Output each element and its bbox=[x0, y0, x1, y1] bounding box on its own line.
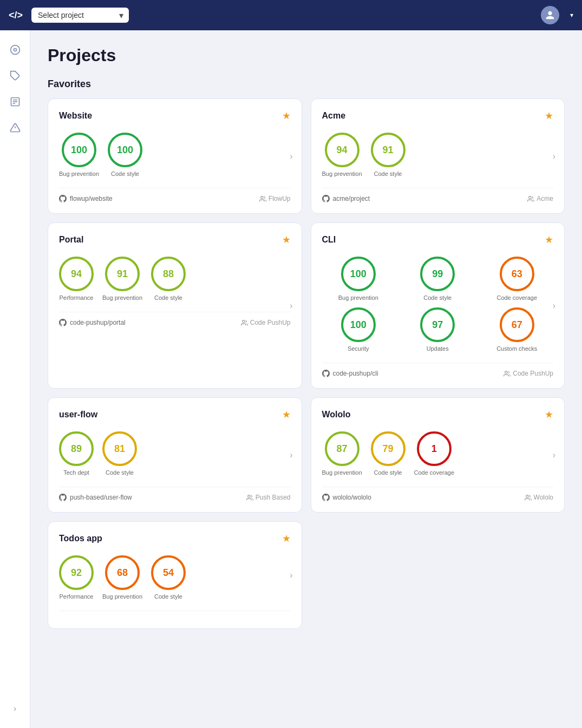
metric-userflow-tech: 89 Tech dept bbox=[59, 431, 94, 476]
star-icon-portal[interactable]: ★ bbox=[282, 234, 291, 246]
metric-label-wololo-coverage: Code coverage bbox=[414, 469, 455, 476]
project-card-wololo[interactable]: Wololo ★ 87 Bug prevention 79 Code style… bbox=[311, 397, 565, 513]
card-title-userflow: user-flow bbox=[59, 410, 97, 419]
svg-point-0 bbox=[10, 45, 19, 55]
score-todos-54: 54 bbox=[151, 555, 186, 590]
card-title-cli: CLI bbox=[322, 235, 336, 245]
org-wololo: Wololo bbox=[525, 494, 553, 501]
main-content: Projects Favorites Website ★ 100 Bug pre… bbox=[30, 30, 582, 728]
metric-cli-bug: 100 Bug prevention bbox=[322, 257, 395, 301]
report-icon[interactable] bbox=[4, 91, 26, 113]
score-userflow-89: 89 bbox=[59, 431, 94, 466]
project-card-acme[interactable]: Acme ★ 94 Bug prevention 91 Code style › bbox=[311, 99, 565, 214]
repo-portal: code-pushup/portal bbox=[59, 319, 126, 326]
svg-point-10 bbox=[529, 196, 531, 198]
metric-label-cli-bug: Bug prevention bbox=[338, 294, 378, 301]
page-title: Projects bbox=[48, 45, 565, 65]
metric-label-code: Code style bbox=[111, 170, 139, 177]
card-header-userflow: user-flow ★ bbox=[59, 409, 291, 421]
card-footer-todos bbox=[59, 611, 291, 618]
metric-label-cli-coverage: Code coverage bbox=[496, 294, 537, 301]
card-chevron-cli: › bbox=[553, 301, 555, 311]
score-wololo-1: 1 bbox=[417, 431, 452, 466]
metric-label-acme-code: Code style bbox=[374, 170, 402, 177]
svg-point-1 bbox=[14, 49, 16, 51]
empty-slot bbox=[311, 521, 565, 629]
metrics-website: 100 Bug prevention 100 Code style bbox=[59, 133, 291, 177]
metric-acme-bug: 94 Bug prevention bbox=[322, 133, 362, 177]
github-icon-website bbox=[59, 195, 67, 202]
card-chevron-website: › bbox=[290, 152, 292, 161]
metric-label-todos-perf: Performance bbox=[60, 593, 94, 600]
star-icon-acme[interactable]: ★ bbox=[545, 110, 553, 122]
alert-icon[interactable] bbox=[4, 117, 26, 139]
metric-userflow-code: 81 Code style bbox=[102, 431, 137, 476]
tag-icon[interactable] bbox=[4, 65, 26, 87]
project-card-portal[interactable]: Portal ★ 94 Performance 91 Bug preventio… bbox=[48, 222, 302, 389]
project-selector[interactable]: Select project bbox=[31, 8, 129, 23]
github-icon-userflow bbox=[59, 494, 67, 501]
repo-acme: acme/project bbox=[322, 195, 370, 202]
star-icon-website[interactable]: ★ bbox=[282, 110, 291, 122]
card-title-acme: Acme bbox=[322, 111, 346, 121]
org-icon-wololo bbox=[525, 494, 532, 501]
org-cli: Code PushUp bbox=[503, 370, 553, 377]
metric-acme-code: 91 Code style bbox=[371, 133, 406, 177]
star-icon-userflow[interactable]: ★ bbox=[282, 409, 291, 421]
svg-point-11 bbox=[242, 320, 244, 322]
metric-label-portal-code: Code style bbox=[154, 294, 182, 301]
metric-label-cli-code: Code style bbox=[423, 294, 452, 301]
metrics-todos: 92 Performance 68 Bug prevention 54 Code… bbox=[59, 555, 291, 600]
card-title-portal: Portal bbox=[59, 235, 83, 245]
metric-todos-bug: 68 Bug prevention bbox=[102, 555, 142, 600]
topnav: </> Select project ▾ bbox=[0, 0, 582, 30]
card-title-wololo: Wololo bbox=[322, 410, 351, 419]
user-avatar[interactable] bbox=[541, 6, 559, 24]
star-icon-wololo[interactable]: ★ bbox=[545, 409, 553, 421]
org-icon-cli bbox=[503, 370, 511, 377]
project-card-todos[interactable]: Todos app ★ 92 Performance 68 Bug preven… bbox=[48, 521, 302, 629]
metric-label-bug: Bug prevention bbox=[59, 170, 99, 177]
repo-website: flowup/website bbox=[59, 195, 113, 202]
org-icon-userflow bbox=[246, 494, 253, 501]
sidebar-expand-button[interactable]: › bbox=[4, 698, 26, 719]
org-icon-website bbox=[259, 195, 266, 202]
metric-cli-security: 100 Security bbox=[322, 307, 395, 352]
star-icon-todos[interactable]: ★ bbox=[282, 533, 291, 545]
org-acme: Acme bbox=[527, 195, 553, 202]
project-card-userflow[interactable]: user-flow ★ 89 Tech dept 81 Code style › bbox=[48, 397, 302, 513]
favorites-title: Favorites bbox=[48, 78, 565, 90]
score-91-code: 91 bbox=[371, 133, 406, 167]
score-wololo-87: 87 bbox=[325, 431, 359, 466]
score-wololo-79: 79 bbox=[371, 431, 406, 466]
score-todos-68: 68 bbox=[105, 555, 140, 590]
project-card-website[interactable]: Website ★ 100 Bug prevention 100 Code st… bbox=[48, 99, 302, 214]
metric-todos-perf: 92 Performance bbox=[59, 555, 94, 600]
card-title-website: Website bbox=[59, 111, 92, 121]
repo-userflow: push-based/user-flow bbox=[59, 494, 132, 501]
metric-portal-perf: 94 Performance bbox=[59, 257, 94, 301]
dashboard-icon[interactable] bbox=[4, 39, 26, 61]
card-header-todos: Todos app ★ bbox=[59, 533, 291, 545]
org-icon-acme bbox=[527, 195, 534, 202]
card-footer-cli: code-pushup/cli Code PushUp bbox=[322, 363, 554, 377]
metric-cli-custom: 67 Custom checks bbox=[481, 307, 554, 352]
user-chevron[interactable]: ▾ bbox=[570, 11, 573, 19]
svg-point-12 bbox=[505, 371, 507, 373]
score-cli-67: 67 bbox=[500, 307, 534, 342]
card-footer-website: flowup/website FlowUp bbox=[59, 188, 291, 202]
metric-wololo-coverage: 1 Code coverage bbox=[414, 431, 455, 476]
metric-label-cli-custom: Custom checks bbox=[496, 345, 537, 352]
card-header-acme: Acme ★ bbox=[322, 110, 554, 122]
star-icon-cli[interactable]: ★ bbox=[545, 234, 553, 246]
repo-wololo: wololo/wololo bbox=[322, 494, 371, 501]
project-card-cli[interactable]: CLI ★ 100 Bug prevention 99 Code style 6… bbox=[311, 222, 565, 389]
metric-bug-prevention: 100 Bug prevention bbox=[59, 133, 99, 177]
card-footer-portal: code-pushup/portal Code PushUp bbox=[59, 312, 291, 326]
card-header-wololo: Wololo ★ bbox=[322, 409, 554, 421]
org-userflow: Push Based bbox=[246, 494, 291, 501]
metrics-acme: 94 Bug prevention 91 Code style bbox=[322, 133, 554, 177]
card-chevron-acme: › bbox=[553, 152, 555, 161]
metric-label-portal-perf: Performance bbox=[60, 294, 94, 301]
card-footer-wololo: wololo/wololo Wololo bbox=[322, 487, 554, 501]
